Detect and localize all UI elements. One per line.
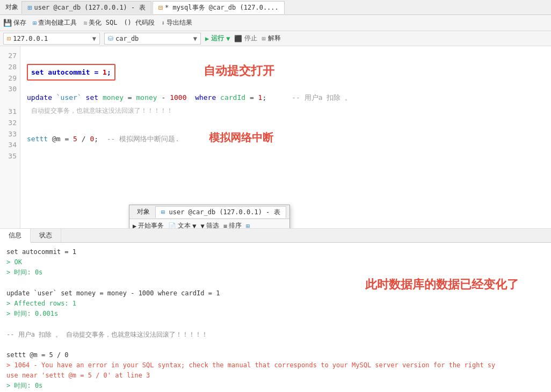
tab-obj[interactable]: 对象 (2, 3, 21, 12)
export-label: 导出结果 (166, 18, 192, 27)
save-icon: 💾 (3, 19, 12, 27)
run-button[interactable]: ▶ 运行 ▼ (205, 34, 230, 43)
tab-info[interactable]: 信息 (0, 229, 31, 243)
more-icon: ⊞ (246, 222, 250, 229)
tab-status[interactable]: 状态 (31, 229, 61, 242)
query-tool-icon: ⊞ (33, 19, 37, 27)
annotation-db-changed: 此时数据库的数据已经变化了 (365, 275, 519, 294)
popup-tab-bar: 对象 ⊞ user @car_db (127.0.0.1) - 表 (129, 205, 289, 219)
save-label: 保存 (13, 18, 26, 27)
sort-icon: ≡ (223, 222, 227, 229)
beautify-button[interactable]: ≋ 美化 SQL (83, 18, 117, 27)
table-popup: 对象 ⊞ user @car_db (127.0.0.1) - 表 ▶ 开始事务… (129, 205, 290, 229)
code-editor: 272829303132333435 set autocommit = 1; 自… (0, 46, 551, 229)
info-line-blank3 (6, 340, 545, 350)
sort-label: 排序 (229, 221, 242, 229)
code-line-34 (27, 158, 545, 171)
tab-bar: 对象 ⊞ user @car_db (127.0.0.1) - 表 ⊟ * my… (0, 0, 551, 15)
annotation-autocommit: 自动提交打开 (204, 64, 274, 77)
stop-button[interactable]: ⬛ 停止 (234, 34, 257, 43)
query-tool-button[interactable]: ⊞ 查询创建工具 (33, 18, 77, 27)
stop-icon: ⬛ (234, 35, 242, 42)
host-selector[interactable]: ⊡ 127.0.0.1 ▼ (3, 33, 100, 45)
beautify-icon: ≋ (83, 19, 87, 27)
query-tool-label: 查询创建工具 (38, 18, 77, 27)
run-label: 运行 (211, 34, 224, 43)
sort-button[interactable]: ≡ 排序 (223, 221, 242, 229)
info-line-5: > Affected rows: 1 (6, 299, 545, 309)
database-selector[interactable]: ⛁ car_db ▼ (104, 33, 201, 45)
code-line-30: update `user` set money = money - 1000 w… (27, 91, 545, 104)
code-content[interactable]: set autocommit = 1; 自动提交打开 update `user`… (20, 46, 551, 228)
info-line-10: use near 'settt @m = 5 / 0' at line 3 (6, 371, 545, 381)
text-dropdown: ▼ (192, 222, 196, 229)
info-line-2: > OK (6, 257, 545, 267)
explain-button[interactable]: ⊞ 解释 (262, 34, 280, 43)
code-line-32: settt @m = 5 / 0; -- 模拟网络中断问题. 模拟网络中断 (27, 131, 545, 144)
code-line-31 (27, 118, 545, 131)
save-button[interactable]: 💾 保存 (3, 18, 26, 27)
explain-icon: ⊞ (262, 35, 265, 42)
text-button[interactable]: 📄 文本 ▼ (168, 221, 196, 229)
popup-tab-table-label: user @car_db (127.0.0.1) - 表 (169, 208, 280, 216)
info-line-9: > 1064 - You have an error in your SQL s… (6, 360, 545, 371)
explain-label: 解释 (268, 34, 281, 43)
db-dropdown-icon: ▼ (193, 35, 197, 42)
export-icon: ⬇ (161, 19, 165, 27)
popup-tab-table[interactable]: ⊞ user @car_db (127.0.0.1) - 表 (155, 206, 286, 218)
filter-button[interactable]: ▼ 筛选 (200, 221, 219, 229)
info-line-blank2 (6, 319, 545, 329)
code-snippet-label: () 代码段 (124, 18, 155, 27)
transaction-icon: ▶ (133, 222, 136, 229)
connection-bar: ⊡ 127.0.0.1 ▼ ⛁ car_db ▼ ▶ 运行 ▼ ⬛ 停止 ⊞ 解… (0, 31, 551, 46)
autocommit-highlight: set autocommit = 1; (27, 64, 115, 81)
tab1-label: user @car_db (127.0.0.1) - 表 (34, 3, 145, 12)
run-icon: ▶ (205, 35, 209, 42)
line-numbers: 272829303132333435 (0, 46, 20, 228)
server-icon: ⊡ (7, 35, 11, 42)
host-value: 127.0.0.1 (13, 35, 48, 42)
more-button[interactable]: ⊞ (246, 222, 250, 229)
dropdown-icon: ▼ (92, 35, 96, 42)
info-line-1: set autocommit = 1 (6, 247, 545, 257)
text-label: 文本 (178, 221, 191, 229)
export-button[interactable]: ⬇ 导出结果 (161, 18, 192, 27)
filter-icon: ▼ (200, 222, 204, 229)
run-dropdown-icon: ▼ (226, 35, 230, 42)
tab2-label: * mysql事务 @car_db (127.0.... (165, 3, 279, 12)
code-snippet-button[interactable]: () 代码段 (124, 18, 155, 27)
code-line-35 (27, 171, 545, 185)
start-transaction-label: 开始事务 (138, 221, 164, 229)
panel-tabs: 信息 状态 (0, 229, 551, 243)
bottom-panel: 信息 状态 set autocommit = 1 > OK > 时间: 0s u… (0, 229, 551, 392)
stop-label: 停止 (244, 34, 257, 43)
table-icon: ⊞ (27, 3, 32, 12)
beautify-label: 美化 SQL (89, 18, 117, 27)
code-line-27 (27, 50, 545, 64)
popup-tab-obj[interactable]: 对象 (132, 206, 155, 217)
text-icon: 📄 (168, 222, 176, 229)
tab-user-table[interactable]: ⊞ user @car_db (127.0.0.1) - 表 (21, 1, 151, 14)
code-line-28: set autocommit = 1; 自动提交打开 (27, 64, 545, 77)
info-line-7: -- 用户a 扣除 。 自动提交事务，也就意味这没法回滚了！！！！！ (6, 330, 545, 340)
info-line-8: settt @m = 5 / 0 (6, 350, 545, 360)
toolbar: 💾 保存 ⊞ 查询创建工具 ≋ 美化 SQL () 代码段 ⬇ 导出结果 (0, 15, 551, 31)
start-transaction-button[interactable]: ▶ 开始事务 (133, 221, 164, 229)
query-icon: ⊟ (158, 3, 163, 12)
code-line-33 (27, 144, 545, 158)
filter-label: 筛选 (206, 221, 219, 229)
popup-toolbar: ▶ 开始事务 📄 文本 ▼ ▼ 筛选 ≡ 排序 ⊞ (129, 219, 289, 229)
info-line-11: > 时间: 0s (6, 381, 545, 391)
code-line-30b: 自动提交事务，也就意味这没法回滚了！！！！！ (31, 104, 545, 118)
popup-table-icon: ⊞ (161, 208, 165, 216)
db-value: car_db (115, 35, 139, 42)
annotation-network: 模拟网络中断 (209, 132, 273, 143)
db-icon: ⛁ (108, 35, 113, 42)
info-line-6: > 时间: 0.001s (6, 309, 545, 319)
tab-mysql-transaction[interactable]: ⊟ * mysql事务 @car_db (127.0.... (153, 1, 285, 14)
panel-content: set autocommit = 1 > OK > 时间: 0s update … (0, 243, 551, 392)
